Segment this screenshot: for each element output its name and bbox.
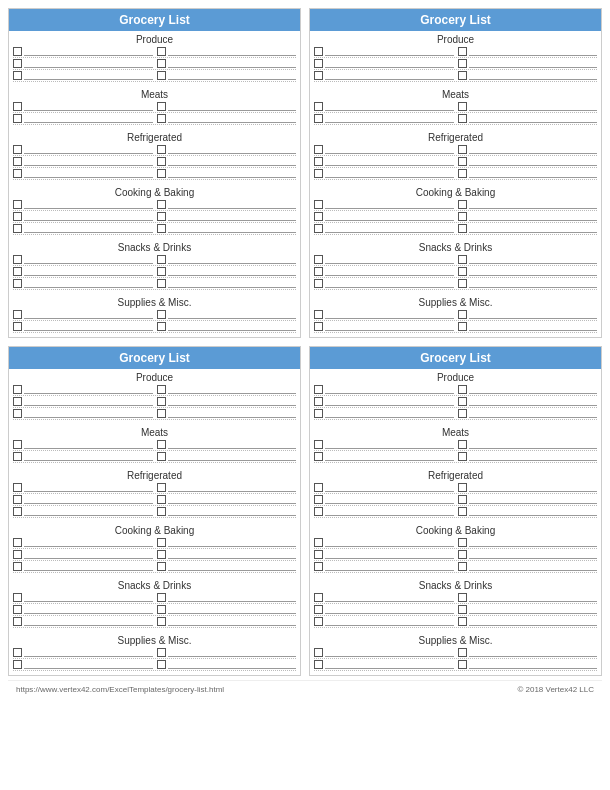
checkbox[interactable]	[458, 562, 467, 571]
checkbox[interactable]	[314, 397, 323, 406]
checkbox[interactable]	[314, 538, 323, 547]
checkbox[interactable]	[314, 605, 323, 614]
checkbox[interactable]	[314, 648, 323, 657]
checkbox[interactable]	[157, 212, 166, 221]
checkbox[interactable]	[13, 562, 22, 571]
checkbox[interactable]	[13, 267, 22, 276]
checkbox[interactable]	[157, 322, 166, 331]
checkbox[interactable]	[458, 452, 467, 461]
checkbox[interactable]	[157, 562, 166, 571]
checkbox[interactable]	[157, 660, 166, 669]
checkbox[interactable]	[314, 550, 323, 559]
checkbox[interactable]	[458, 507, 467, 516]
checkbox[interactable]	[314, 562, 323, 571]
checkbox[interactable]	[314, 267, 323, 276]
checkbox[interactable]	[458, 605, 467, 614]
checkbox[interactable]	[13, 169, 22, 178]
checkbox[interactable]	[458, 409, 467, 418]
checkbox[interactable]	[157, 224, 166, 233]
checkbox[interactable]	[157, 617, 166, 626]
checkbox[interactable]	[157, 47, 166, 56]
checkbox[interactable]	[458, 322, 467, 331]
checkbox[interactable]	[13, 538, 22, 547]
checkbox[interactable]	[157, 593, 166, 602]
checkbox[interactable]	[13, 157, 22, 166]
checkbox[interactable]	[157, 440, 166, 449]
checkbox[interactable]	[458, 267, 467, 276]
checkbox[interactable]	[458, 59, 467, 68]
checkbox[interactable]	[13, 495, 22, 504]
checkbox[interactable]	[458, 102, 467, 111]
checkbox[interactable]	[314, 279, 323, 288]
checkbox[interactable]	[157, 200, 166, 209]
checkbox[interactable]	[157, 495, 166, 504]
checkbox[interactable]	[458, 114, 467, 123]
checkbox[interactable]	[314, 495, 323, 504]
checkbox[interactable]	[13, 648, 22, 657]
checkbox[interactable]	[458, 648, 467, 657]
checkbox[interactable]	[13, 114, 22, 123]
checkbox[interactable]	[314, 617, 323, 626]
checkbox[interactable]	[13, 322, 22, 331]
checkbox[interactable]	[13, 279, 22, 288]
checkbox[interactable]	[13, 507, 22, 516]
checkbox[interactable]	[458, 200, 467, 209]
checkbox[interactable]	[458, 71, 467, 80]
checkbox[interactable]	[458, 212, 467, 221]
checkbox[interactable]	[157, 452, 166, 461]
checkbox[interactable]	[458, 617, 467, 626]
checkbox[interactable]	[157, 538, 166, 547]
checkbox[interactable]	[157, 385, 166, 394]
checkbox[interactable]	[458, 440, 467, 449]
checkbox[interactable]	[458, 397, 467, 406]
checkbox[interactable]	[13, 550, 22, 559]
checkbox[interactable]	[13, 452, 22, 461]
checkbox[interactable]	[157, 397, 166, 406]
checkbox[interactable]	[314, 59, 323, 68]
checkbox[interactable]	[314, 660, 323, 669]
checkbox[interactable]	[157, 605, 166, 614]
checkbox[interactable]	[13, 310, 22, 319]
checkbox[interactable]	[157, 59, 166, 68]
checkbox[interactable]	[13, 224, 22, 233]
checkbox[interactable]	[314, 102, 323, 111]
checkbox[interactable]	[157, 114, 166, 123]
checkbox[interactable]	[458, 660, 467, 669]
checkbox[interactable]	[314, 145, 323, 154]
checkbox[interactable]	[13, 145, 22, 154]
checkbox[interactable]	[13, 212, 22, 221]
checkbox[interactable]	[157, 310, 166, 319]
checkbox[interactable]	[458, 255, 467, 264]
checkbox[interactable]	[458, 47, 467, 56]
checkbox[interactable]	[13, 385, 22, 394]
checkbox[interactable]	[314, 255, 323, 264]
checkbox[interactable]	[314, 310, 323, 319]
checkbox[interactable]	[314, 224, 323, 233]
checkbox[interactable]	[13, 59, 22, 68]
checkbox[interactable]	[314, 114, 323, 123]
checkbox[interactable]	[157, 550, 166, 559]
checkbox[interactable]	[314, 200, 323, 209]
checkbox[interactable]	[13, 397, 22, 406]
checkbox[interactable]	[314, 593, 323, 602]
checkbox[interactable]	[157, 409, 166, 418]
checkbox[interactable]	[314, 71, 323, 80]
checkbox[interactable]	[157, 157, 166, 166]
checkbox[interactable]	[458, 145, 467, 154]
checkbox[interactable]	[13, 440, 22, 449]
checkbox[interactable]	[314, 507, 323, 516]
checkbox[interactable]	[458, 310, 467, 319]
checkbox[interactable]	[157, 145, 166, 154]
checkbox[interactable]	[458, 279, 467, 288]
checkbox[interactable]	[314, 47, 323, 56]
checkbox[interactable]	[314, 440, 323, 449]
checkbox[interactable]	[314, 157, 323, 166]
checkbox[interactable]	[157, 102, 166, 111]
checkbox[interactable]	[314, 169, 323, 178]
checkbox[interactable]	[314, 483, 323, 492]
checkbox[interactable]	[13, 605, 22, 614]
checkbox[interactable]	[13, 71, 22, 80]
checkbox[interactable]	[458, 169, 467, 178]
checkbox[interactable]	[13, 409, 22, 418]
checkbox[interactable]	[314, 409, 323, 418]
